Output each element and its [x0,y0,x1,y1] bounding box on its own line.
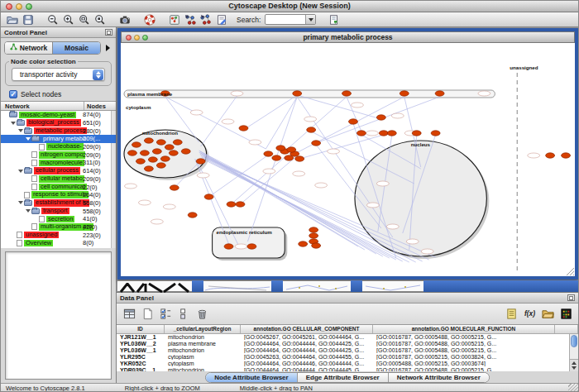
snapshot-icon[interactable] [117,13,132,26]
edit-network-icon[interactable] [183,13,197,26]
scrollbar-thumb[interactable] [571,335,577,347]
tab-overflow-button[interactable] [103,42,112,54]
tree-item[interactable]: primary metabo209(... [1,135,116,143]
network-node[interactable] [204,194,213,199]
network-node[interactable] [546,153,555,158]
tree-item[interactable]: macromolecule311(0) [1,159,116,167]
network-node[interactable] [342,91,352,96]
network-canvas[interactable]: plasma membranecytoplasmmitochondrionnuc… [121,43,575,276]
network-node[interactable] [412,131,421,136]
resize-grip-icon[interactable] [568,384,578,392]
tree-item[interactable]: biological_process651(0) [1,119,116,127]
table-column-header[interactable]: annotation.GO CELLULAR_COMPONENT [241,325,373,333]
tree-item[interactable]: cell communicat22(0) [1,183,116,191]
import-attributes-icon[interactable] [540,307,555,322]
network-node[interactable] [376,115,385,120]
attribute-table[interactable]: ID_cellularLayoutRegionannotation.GO CEL… [117,324,578,371]
network-node[interactable] [127,151,136,155]
network-node[interactable] [356,131,366,136]
network-view-titlebar[interactable]: primary metabolic process [121,31,575,43]
network-node[interactable] [224,244,233,249]
annotation-pad-icon[interactable] [504,307,519,322]
network-node[interactable] [309,233,318,238]
network-node[interactable] [293,91,302,96]
network-edge[interactable] [243,95,297,130]
attribute-table-icon[interactable] [122,307,136,322]
node-color-dropdown[interactable]: transporter activity [12,68,105,81]
network-node[interactable] [156,140,165,145]
tab-edge-attribute-browser[interactable]: Edge Attribute Browser [298,373,389,382]
scrollbar-arrows[interactable] [570,359,578,371]
tree-item[interactable]: nitrogen compo209(0) [1,151,116,159]
network-node[interactable] [239,126,248,131]
select-attributes-icon[interactable] [158,307,173,322]
zoom-in-icon[interactable] [61,13,75,26]
network-edge[interactable] [266,97,297,149]
tree-item[interactable]: secretion41(0) [1,215,116,223]
network-node[interactable] [169,151,178,155]
expand-arrow-icon[interactable] [17,201,24,204]
network-node[interactable] [309,227,318,232]
tab-mosaic[interactable]: Mosaic [52,42,100,54]
function-builder-icon[interactable]: f(x) [522,307,537,322]
table-row[interactable]: YKR052Ccytoplasm[GO:0044464, GO:0044446,… [117,361,578,367]
network-node[interactable] [132,142,141,147]
canvas-resize-grip-icon[interactable] [567,268,574,275]
network-node[interactable] [152,149,161,154]
network-node[interactable] [156,163,165,168]
table-row[interactable]: YDR039C__1mitochondrion[GO:0044464, GO:0… [117,366,578,371]
expand-arrow-icon[interactable] [25,209,31,213]
expand-arrow-icon[interactable] [25,137,31,141]
network-node[interactable] [387,131,396,136]
create-attribute-icon[interactable] [140,307,155,322]
table-column-header[interactable]: annotation.GO MOLECULAR_FUNCTION [373,325,555,333]
tree-item[interactable]: cellular metabo209(0) [1,175,116,184]
tree-item[interactable]: cellular process614(0) [1,167,116,175]
annotation-icon[interactable] [214,13,228,26]
network-node[interactable] [295,156,304,161]
network-node[interactable] [312,243,321,248]
tree-column-network[interactable]: Network [1,102,84,110]
table-scrollbar[interactable] [569,334,578,371]
select-nodes-checkbox[interactable]: Select nodes [9,90,108,98]
titlebar[interactable]: Cytoscape Desktop (New Session) [1,1,578,12]
network-node[interactable] [173,140,182,145]
open-session-icon[interactable] [5,13,19,26]
tree-item[interactable]: multi-organism pro42(0) [1,223,116,232]
zoom-out-icon[interactable] [45,13,60,26]
network-node[interactable] [431,131,440,136]
tree-item[interactable]: Overview8(0) [1,239,116,247]
network-node[interactable] [236,202,245,207]
network-node[interactable] [144,138,153,143]
zoom-fit-icon[interactable] [77,13,91,26]
table-row[interactable]: YPL036W__1mitochondrion[GO:0044464, GO:0… [117,347,578,354]
network-node[interactable] [188,213,197,218]
edit-nested-network-icon[interactable] [199,13,213,26]
expand-arrow-icon[interactable] [17,170,24,173]
tree-item[interactable]: unassigned223(0) [1,231,116,239]
network-node[interactable] [165,145,174,150]
network-tree-header[interactable]: Network Nodes [1,101,116,111]
network-node[interactable] [276,146,285,151]
search-dropdown-button[interactable] [305,15,315,24]
table-row[interactable]: YPL036W__2plasma membrane[GO:0044464, GO… [117,341,578,347]
checkbox-checked-icon[interactable] [9,90,17,98]
network-edge[interactable] [232,156,286,204]
import-report-icon[interactable] [327,13,341,26]
expand-arrow-icon[interactable] [17,129,24,132]
unselect-attributes-icon[interactable] [176,307,191,322]
network-node[interactable] [136,159,145,164]
network-node[interactable] [247,244,256,249]
network-node[interactable] [170,185,179,190]
network-node[interactable] [307,127,316,132]
network-node[interactable] [140,151,149,155]
network-node[interactable] [227,202,236,207]
table-column-header[interactable]: _cellularLayoutRegion [165,325,241,333]
network-node[interactable] [400,91,409,96]
float-data-panel-icon[interactable] [567,294,575,301]
expand-arrow-icon[interactable] [10,122,17,125]
tree-item[interactable]: mosaic-demo-yeast874(0) [1,111,116,119]
attribute-table-header[interactable]: ID_cellularLayoutRegionannotation.GO CEL… [117,325,578,334]
table-column-header[interactable]: ID [117,325,165,333]
tree-item[interactable]: metabolic process280(0) [1,127,116,135]
